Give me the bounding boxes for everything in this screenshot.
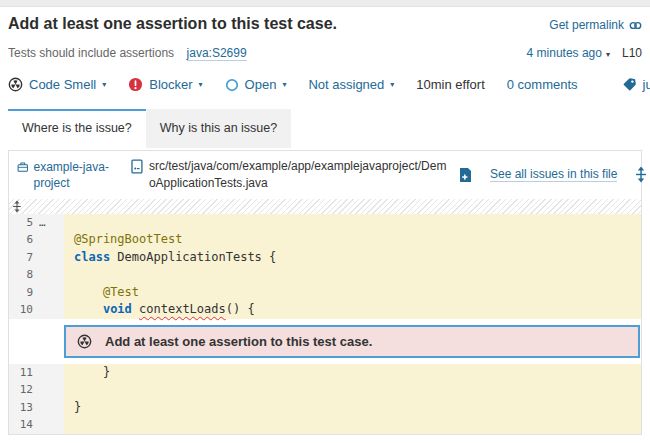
line-reference: L10 (622, 46, 642, 60)
file-path-group: src/test/java/com/example/app/examplejav… (131, 158, 447, 192)
gutter-spacer (33, 249, 64, 267)
severity-dropdown[interactable]: Blocker ▾ (128, 77, 202, 92)
gutter-spacer (33, 231, 64, 249)
line-number[interactable]: 13 (9, 399, 33, 417)
file-path: src/test/java/com/example/app/examplejav… (149, 158, 447, 192)
project-link[interactable]: example-java-project (17, 159, 119, 191)
severity-label: Blocker (149, 77, 192, 92)
code-text (64, 381, 641, 399)
pin-file-button[interactable] (459, 167, 472, 183)
line-gutter: 7 (9, 249, 64, 267)
line-number[interactable]: 5 (9, 214, 33, 232)
code-smell-icon (8, 77, 23, 92)
tags-dropdown[interactable]: junit, tests ▾ (622, 77, 650, 92)
code-line-8: 8 (9, 266, 641, 284)
tab-why-is-this-an-issue[interactable]: Why is this an issue? (146, 109, 291, 148)
file-icon (131, 159, 143, 174)
line-gutter: 10 (9, 301, 64, 319)
code-text: void contextLoads() { (64, 301, 641, 319)
code-line-11: 11 } (9, 364, 641, 382)
line-number[interactable]: 9 (9, 284, 33, 302)
pin-file-icon (459, 167, 472, 183)
line-number[interactable]: 7 (9, 249, 33, 267)
blocker-severity-icon (128, 77, 143, 92)
gutter-spacer (33, 266, 64, 284)
gutter-spacer (33, 364, 64, 382)
code-line-12: 12 (9, 381, 641, 399)
issue-tabs: Where is the issue? Why is this an issue… (8, 109, 642, 148)
chevron-down-icon: ▾ (606, 50, 610, 59)
status-label: Open (245, 77, 277, 92)
tab-where-is-the-issue[interactable]: Where is the issue? (8, 109, 146, 148)
chevron-down-icon: ▾ (102, 80, 106, 89)
code-text (64, 266, 641, 284)
gutter-spacer (33, 381, 64, 399)
code-text: } (64, 364, 641, 382)
open-status-icon (225, 78, 239, 92)
line-number[interactable]: 10 (9, 301, 33, 319)
assignee-label: Not assigned (308, 77, 384, 92)
code-line-7: 7class DemoApplicationTests { (9, 249, 641, 267)
changelog-dropdown[interactable]: 4 minutes ago (527, 46, 602, 60)
chevron-down-icon: ▾ (199, 80, 203, 89)
code-text: } (64, 399, 641, 417)
tags-label: junit, tests (643, 77, 650, 92)
issue-attributes-bar: Code Smell ▾ Blocker ▾ Open ▾ (8, 77, 642, 92)
issue-row: Add at least one assertion to this test … (9, 319, 641, 364)
line-gutter: 14 (9, 416, 64, 434)
code-text: class DemoApplicationTests { (64, 249, 641, 267)
effort-label: 10min effort (416, 77, 484, 92)
line-gutter: 6 (9, 231, 64, 249)
code-text: @Test (64, 284, 641, 302)
line-number[interactable]: 6 (9, 231, 33, 249)
issue-message: Add at least one assertion to this test … (105, 334, 372, 349)
permalink-label: Get permalink (549, 18, 624, 32)
line-gutter: 13 (9, 399, 64, 417)
issue-title: Add at least one assertion to this test … (8, 15, 337, 33)
gutter-spacer (9, 325, 64, 358)
chevron-down-icon: ▾ (282, 80, 286, 89)
issue-header: Add at least one assertion to this test … (0, 7, 650, 92)
line-number[interactable]: 14 (9, 416, 33, 434)
assignee-dropdown[interactable]: Not assigned ▾ (308, 77, 394, 92)
code-line-10: 10 void contextLoads() { (9, 301, 641, 319)
chevron-down-icon: ▾ (390, 80, 394, 89)
gutter-spacer (33, 399, 64, 417)
code-text: @SpringBootTest (64, 231, 641, 249)
code-snippet-panel: example-java-project src/test/java/com/e… (8, 150, 642, 435)
issue-type-dropdown[interactable]: Code Smell ▾ (8, 77, 106, 92)
line-gutter: 9 (9, 284, 64, 302)
code-text (64, 214, 641, 232)
see-all-issues-link[interactable]: See all issues in this file (490, 167, 617, 182)
project-icon (17, 160, 29, 174)
code-line-13: 13} (9, 399, 641, 417)
code-line-14: 14 (9, 416, 641, 434)
code-line-5: 5… (9, 214, 641, 232)
rule-description: Tests should include assertions (8, 46, 174, 60)
get-permalink-link[interactable]: Get permalink (549, 18, 642, 32)
file-header: example-java-project src/test/java/com/e… (9, 151, 641, 199)
line-number[interactable]: 11 (9, 364, 33, 382)
line-gutter: 12 (9, 381, 64, 399)
expand-lines-above-button[interactable] (12, 200, 22, 213)
code-smell-icon (77, 334, 92, 349)
code-text (64, 416, 641, 434)
issue-detail-page: Add at least one assertion to this test … (0, 0, 650, 443)
top-divider (0, 0, 650, 7)
gutter-spacer (33, 416, 64, 434)
status-dropdown[interactable]: Open ▾ (225, 77, 287, 92)
comments-link[interactable]: 0 comments (507, 77, 578, 92)
code-line-9: 9 @Test (9, 284, 641, 302)
expand-all-icon (635, 166, 647, 183)
expand-all-lines-button[interactable] (635, 166, 647, 183)
line-number[interactable]: 12 (9, 381, 33, 399)
line-number[interactable]: 8 (9, 266, 33, 284)
line-gutter: 5… (9, 214, 64, 232)
collapsed-code-ellipsis[interactable]: … (33, 214, 64, 232)
code-viewer: 5…6@SpringBootTest7class DemoApplication… (9, 214, 641, 434)
permalink-icon (629, 19, 642, 32)
selected-issue-box[interactable]: Add at least one assertion to this test … (64, 325, 640, 358)
line-gutter: 11 (9, 364, 64, 382)
gutter-spacer (33, 301, 64, 319)
rule-key-link[interactable]: java:S2699 (187, 46, 247, 61)
